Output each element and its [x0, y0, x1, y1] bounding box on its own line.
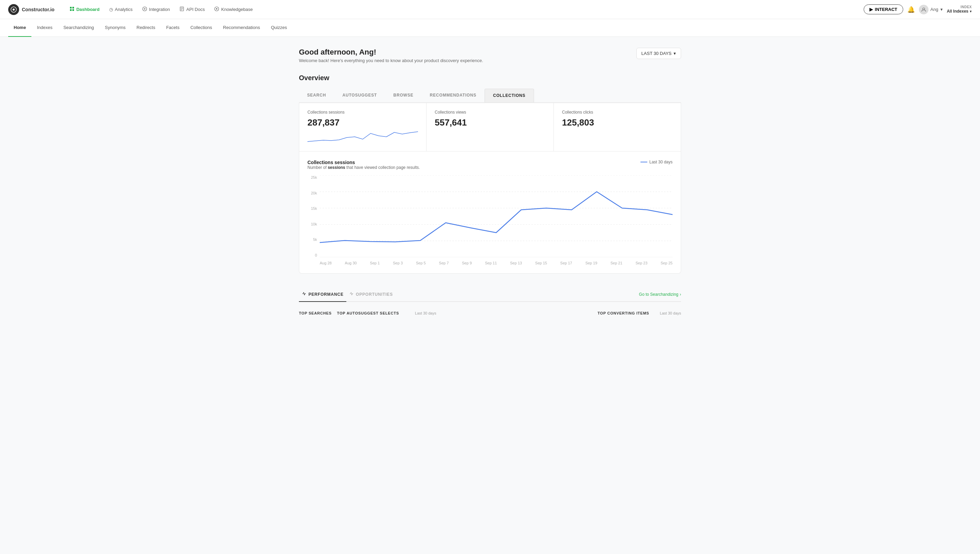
- index-value: All Indexes: [947, 9, 969, 14]
- tab-recommendations[interactable]: RECOMMENDATIONS: [422, 89, 484, 102]
- subnav-searchandizing[interactable]: Searchandizing: [58, 19, 100, 37]
- svg-point-9: [216, 8, 217, 10]
- subnav-quizzes[interactable]: Quizzes: [266, 19, 292, 37]
- perf-tab-performance[interactable]: PERFORMANCE: [299, 287, 346, 302]
- stat-sessions: Collections sessions 287,837: [299, 103, 427, 151]
- nav-api-docs-label: API Docs: [186, 7, 205, 12]
- nav-analytics-label: Analytics: [115, 7, 133, 12]
- user-menu[interactable]: Ang ▾: [919, 5, 943, 14]
- chart-svg-container: Aug 28 Aug 30 Sep 1 Sep 3 Sep 5 Sep 7 Se…: [320, 175, 672, 265]
- subnav-facets[interactable]: Facets: [161, 19, 185, 37]
- chart-subtitle-suffix: that have viewed collection page results…: [346, 165, 420, 170]
- top-searches-period: Last 30 days: [415, 311, 436, 315]
- greeting-subtitle: Welcome back! Here's everything you need…: [299, 58, 483, 63]
- main-content: Good afternoon, Ang! Welcome back! Here'…: [285, 37, 695, 326]
- svg-rect-2: [70, 7, 72, 8]
- x-label-sep15: Sep 15: [535, 261, 547, 265]
- interact-label: INTERACT: [875, 7, 897, 12]
- nav-analytics[interactable]: ◷ Analytics: [105, 5, 137, 14]
- x-label-sep19: Sep 19: [585, 261, 597, 265]
- greeting-title: Good afternoon, Ang!: [299, 48, 483, 57]
- dashboard-icon: [70, 6, 74, 12]
- chart-subtitle: Number of sessions that have viewed coll…: [308, 165, 420, 170]
- chevron-down-icon: ▾: [940, 7, 943, 12]
- top-converting-period: Last 30 days: [660, 311, 681, 315]
- date-filter-chevron: ▾: [674, 51, 676, 56]
- arrow-right-icon: ›: [680, 292, 681, 297]
- nav-knowledgebase[interactable]: Knowledgebase: [210, 5, 257, 14]
- x-label-sep7: Sep 7: [439, 261, 449, 265]
- perf-tab-opportunities[interactable]: OPPORTUNITIES: [346, 287, 395, 302]
- nav-dashboard-label: Dashboard: [76, 7, 100, 12]
- x-label-sep5: Sep 5: [416, 261, 426, 265]
- x-labels: Aug 28 Aug 30 Sep 1 Sep 3 Sep 5 Sep 7 Se…: [320, 261, 672, 265]
- perf-tab-opportunities-label: OPPORTUNITIES: [356, 292, 393, 297]
- svg-point-10: [923, 8, 925, 10]
- legend-label: Last 30 days: [649, 160, 672, 164]
- tab-browse[interactable]: BROWSE: [385, 89, 422, 102]
- tab-search[interactable]: SEARCH: [299, 89, 334, 102]
- chart-subtitle-keyword: sessions: [328, 165, 345, 170]
- x-label-sep23: Sep 23: [635, 261, 647, 265]
- date-filter-button[interactable]: LAST 30 DAYS ▾: [636, 48, 681, 59]
- interact-button[interactable]: ▶ INTERACT: [864, 5, 903, 14]
- opportunities-icon: [349, 291, 354, 297]
- chart-area: 25k 20k 15k 10k 5k 0: [308, 175, 672, 265]
- overview-title: Overview: [299, 74, 681, 82]
- y-label-25k: 25k: [311, 175, 317, 180]
- user-name: Ang: [931, 7, 939, 12]
- svg-rect-4: [70, 9, 72, 11]
- subnav-synonyms[interactable]: Synonyms: [99, 19, 131, 37]
- subnav-recommendations[interactable]: Recommendations: [218, 19, 266, 37]
- subnav-home[interactable]: Home: [8, 19, 31, 37]
- svg-rect-5: [72, 9, 74, 11]
- svg-rect-3: [72, 7, 74, 8]
- index-chevron: ▾: [970, 9, 972, 14]
- play-icon: ▶: [870, 7, 873, 12]
- top-nav-links: Dashboard ◷ Analytics Integration API: [65, 5, 864, 14]
- x-label-sep9: Sep 9: [462, 261, 472, 265]
- y-label-5k: 5k: [313, 237, 317, 242]
- chart-title-group: Collections sessions Number of sessions …: [308, 160, 420, 170]
- nav-knowledgebase-label: Knowledgebase: [221, 7, 253, 12]
- bottom-searches-section: TOP SEARCHES TOP AUTOSUGGEST SELECTS Las…: [299, 302, 681, 315]
- stat-views: Collections views 557,641: [427, 103, 554, 151]
- tab-collections[interactable]: COLLECTIONS: [484, 89, 534, 102]
- logo[interactable]: Constructor.io: [8, 4, 54, 15]
- index-selector[interactable]: INDEX All Indexes ▾: [947, 5, 972, 14]
- stat-clicks: Collections clicks 125,803: [554, 103, 681, 151]
- greeting-section: Good afternoon, Ang! Welcome back! Here'…: [299, 48, 681, 63]
- nav-integration[interactable]: Integration: [138, 5, 174, 14]
- index-label: INDEX: [961, 5, 972, 9]
- chart-header: Collections sessions Number of sessions …: [308, 160, 672, 170]
- stat-clicks-value: 125,803: [562, 117, 672, 128]
- stat-views-label: Collections views: [435, 110, 545, 115]
- tab-autosuggest[interactable]: AUTOSUGGEST: [334, 89, 385, 102]
- notification-bell[interactable]: 🔔: [907, 6, 915, 13]
- stat-clicks-label: Collections clicks: [562, 110, 672, 115]
- avatar: [919, 5, 929, 14]
- nav-api-docs[interactable]: API Docs: [175, 5, 209, 14]
- integration-icon: [142, 6, 147, 12]
- legend-line: [641, 162, 647, 162]
- y-label-10k: 10k: [311, 222, 317, 226]
- subnav-collections[interactable]: Collections: [185, 19, 218, 37]
- top-converting-col: TOP CONVERTING ITEMS Last 30 days: [490, 310, 681, 315]
- subnav-indexes[interactable]: Indexes: [31, 19, 58, 37]
- nav-dashboard[interactable]: Dashboard: [65, 5, 104, 14]
- subnav-redirects[interactable]: Redirects: [131, 19, 161, 37]
- x-label-sep25: Sep 25: [661, 261, 672, 265]
- performance-icon: [302, 291, 306, 297]
- top-searches-col: TOP SEARCHES TOP AUTOSUGGEST SELECTS Las…: [299, 310, 490, 315]
- go-to-searchandizing[interactable]: Go to Searchandizing ›: [639, 292, 681, 297]
- chart-title: Collections sessions: [308, 160, 420, 165]
- performance-tabs: PERFORMANCE OPPORTUNITIES Go to Searchan…: [299, 287, 681, 302]
- logo-text: Constructor.io: [22, 7, 54, 12]
- stat-sessions-chart: [308, 131, 418, 144]
- x-label-sep17: Sep 17: [560, 261, 572, 265]
- y-label-20k: 20k: [311, 191, 317, 195]
- x-label-sep11: Sep 11: [485, 261, 497, 265]
- top-autosuggest-title: TOP AUTOSUGGEST SELECTS: [337, 311, 399, 315]
- sub-nav: Home Indexes Searchandizing Synonyms Red…: [0, 19, 980, 37]
- stats-row: Collections sessions 287,837 Collections…: [299, 103, 681, 151]
